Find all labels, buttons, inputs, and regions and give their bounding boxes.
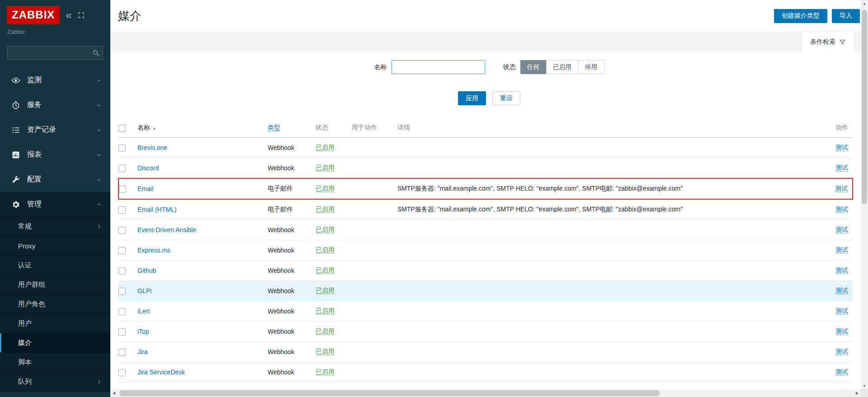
row-checkbox[interactable]	[118, 349, 126, 356]
test-link[interactable]: 测试	[835, 206, 848, 213]
row-checkbox[interactable]	[118, 369, 126, 376]
test-link[interactable]: 测试	[835, 368, 848, 376]
submenu-item-label: 常规	[18, 222, 32, 231]
media-type-status-link[interactable]: 已启用	[316, 164, 335, 172]
test-link[interactable]: 测试	[835, 226, 848, 234]
sidebar-subitem-proxy[interactable]: Proxy	[0, 236, 110, 256]
row-checkbox[interactable]	[118, 267, 126, 275]
media-type-status-link[interactable]: 已启用	[316, 266, 335, 274]
sidebar-subitem-general[interactable]: 常规	[0, 217, 110, 236]
row-checkbox[interactable]	[118, 288, 126, 295]
media-type-name-link[interactable]: iTop	[137, 328, 149, 335]
row-checkbox[interactable]	[119, 186, 126, 193]
media-type-name-link[interactable]: Brevis.one	[137, 144, 167, 151]
sidebar-subitem-user-roles[interactable]: 用户角色	[0, 294, 110, 314]
media-type-name-link[interactable]: Email (HTML)	[137, 206, 176, 213]
test-link[interactable]: 测试	[835, 185, 848, 192]
sidebar-item-monitoring[interactable]: 监测	[0, 68, 110, 93]
media-type-status-link[interactable]: 已启用	[316, 185, 335, 192]
list-icon	[11, 126, 20, 135]
media-type-name-link[interactable]: Jira ServiceDesk	[137, 369, 185, 376]
scroll-left-icon[interactable]: ◀	[110, 390, 118, 397]
used-in-actions	[352, 138, 397, 158]
filter-tab[interactable]: 条件检索	[802, 32, 854, 52]
page-title: 媒介	[118, 8, 142, 24]
test-link[interactable]: 测试	[835, 307, 848, 315]
status-option-停用[interactable]: 停用	[578, 60, 604, 74]
apply-button[interactable]: 应用	[458, 91, 486, 105]
row-checkbox[interactable]	[118, 247, 126, 254]
sidebar-subitem-user-groups[interactable]: 用户群组	[0, 275, 110, 294]
create-media-type-button[interactable]: 创建媒介类型	[774, 9, 827, 23]
row-checkbox[interactable]	[118, 145, 126, 152]
sidebar-subitem-users[interactable]: 用户	[0, 314, 110, 333]
used-in-actions	[352, 220, 397, 240]
row-checkbox[interactable]	[118, 308, 126, 315]
media-type-status-link[interactable]: 已启用	[316, 287, 335, 294]
table-row: Event-Driven AnsibleWebhook已启用测试	[118, 220, 853, 240]
sidebar-item-inventory[interactable]: 资产记录	[0, 117, 110, 142]
import-button[interactable]: 导入	[832, 9, 860, 23]
media-type-name-link[interactable]: Jira	[137, 348, 148, 355]
select-all-checkbox[interactable]	[118, 125, 126, 132]
sidebar-subitem-authentication[interactable]: 认证	[0, 256, 110, 275]
test-link[interactable]: 测试	[835, 246, 848, 254]
row-checkbox[interactable]	[118, 206, 126, 214]
media-type-type: Webhook	[268, 158, 316, 179]
search-icon[interactable]	[92, 49, 100, 59]
media-type-status-link[interactable]: 已启用	[316, 348, 335, 355]
media-types-table: 名称▲ 类型 状态 用于动作 详情 动作 Brevis.oneWebhook已启…	[118, 118, 853, 397]
scroll-down-icon[interactable]: ▼	[861, 382, 868, 389]
filter-name-input[interactable]	[392, 60, 485, 74]
scroll-up-icon[interactable]: ▲	[861, 0, 868, 7]
media-type-name-link[interactable]: Github	[137, 267, 156, 274]
sidebar-item-services[interactable]: 服务	[0, 93, 110, 117]
scroll-right-icon[interactable]: ▶	[854, 390, 861, 397]
test-link[interactable]: 测试	[835, 327, 848, 335]
media-type-status-link[interactable]: 已启用	[316, 206, 335, 213]
media-type-status-link[interactable]: 已启用	[316, 226, 335, 234]
test-link[interactable]: 测试	[835, 348, 848, 355]
column-header-type[interactable]: 类型	[268, 124, 280, 131]
media-type-name-link[interactable]: Event-Driven Ansible	[137, 226, 196, 234]
column-header-name[interactable]: 名称▲	[137, 124, 156, 131]
sidebar-subitem-scripts[interactable]: 脚本	[0, 353, 110, 372]
test-link[interactable]: 测试	[835, 164, 848, 172]
media-type-status-link[interactable]: 已启用	[316, 368, 335, 376]
status-option-任何[interactable]: 任何	[520, 60, 547, 74]
row-checkbox[interactable]	[118, 165, 126, 172]
chevron-down-icon	[96, 102, 102, 108]
collapse-sidebar-icon[interactable]: «	[66, 10, 71, 21]
sidebar-subitem-media-types[interactable]: 媒介	[0, 333, 110, 353]
zabbix-logo[interactable]: ZABBIX	[7, 6, 60, 24]
zabbix-app: ZABBIX « Zabbix 监测服务资产记录报表配置管理常规Proxy认证用…	[0, 0, 868, 397]
media-type-name-link[interactable]: iLert	[137, 308, 150, 315]
media-type-name-link[interactable]: GLPi	[137, 287, 151, 294]
sidebar-item-reports[interactable]: 报表	[0, 142, 110, 167]
row-checkbox[interactable]	[118, 328, 126, 336]
media-type-status-link[interactable]: 已启用	[316, 327, 335, 335]
used-in-actions	[352, 261, 397, 281]
sidebar-search-input[interactable]	[7, 46, 103, 60]
horizontal-scrollbar-thumb[interactable]	[119, 390, 660, 396]
media-type-status-link[interactable]: 已启用	[316, 144, 335, 151]
reset-button[interactable]: 重设	[492, 91, 520, 105]
row-checkbox[interactable]	[118, 227, 126, 234]
horizontal-scrollbar[interactable]: ◀ ▶	[110, 389, 861, 397]
vertical-scrollbar-thumb[interactable]	[862, 10, 867, 204]
media-type-name-link[interactable]: Email	[137, 185, 153, 192]
sidebar-item-configuration[interactable]: 配置	[0, 167, 110, 192]
sidebar-subitem-queue[interactable]: 队列	[0, 372, 110, 392]
test-link[interactable]: 测试	[835, 287, 848, 294]
test-link[interactable]: 测试	[835, 144, 848, 151]
media-type-name-link[interactable]: Express.ms	[137, 247, 170, 254]
used-in-actions	[352, 281, 397, 301]
test-link[interactable]: 测试	[835, 266, 848, 274]
status-option-已启用[interactable]: 已启用	[546, 60, 579, 74]
vertical-scrollbar[interactable]: ▲ ▼	[861, 0, 868, 389]
media-type-status-link[interactable]: 已启用	[316, 307, 335, 315]
media-type-status-link[interactable]: 已启用	[316, 246, 335, 254]
sidebar-item-administration[interactable]: 管理	[0, 192, 110, 217]
expand-window-icon[interactable]	[78, 12, 85, 19]
media-type-name-link[interactable]: Discord	[137, 164, 159, 172]
